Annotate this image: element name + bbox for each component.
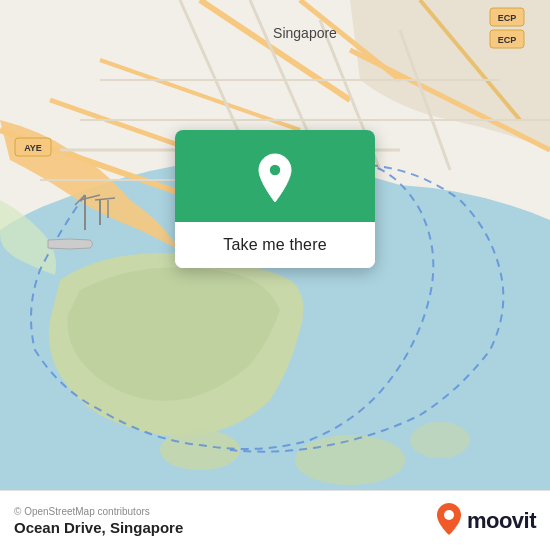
svg-point-32 [269,164,281,176]
popup-card: Take me there [175,130,375,268]
moovit-logo: moovit [435,502,536,540]
svg-text:ECP: ECP [498,13,517,23]
bottom-bar: © OpenStreetMap contributors Ocean Drive… [0,490,550,550]
copyright-text: © OpenStreetMap contributors [14,506,183,517]
popup-green-area [175,130,375,222]
svg-text:ECP: ECP [498,35,517,45]
moovit-brand-text: moovit [467,508,536,534]
svg-text:Singapore: Singapore [273,25,337,41]
moovit-pin-icon [435,502,463,540]
map-container: AYE ECP ECP Singapore [0,0,550,490]
bottom-left-info: © OpenStreetMap contributors Ocean Drive… [14,506,183,536]
location-name: Ocean Drive, Singapore [14,519,183,536]
svg-point-23 [160,430,240,470]
svg-text:AYE: AYE [24,143,42,153]
svg-point-25 [410,422,470,458]
location-pin-icon [253,152,297,204]
svg-point-33 [444,510,454,520]
take-me-there-button[interactable]: Take me there [175,222,375,268]
svg-point-24 [295,435,405,485]
